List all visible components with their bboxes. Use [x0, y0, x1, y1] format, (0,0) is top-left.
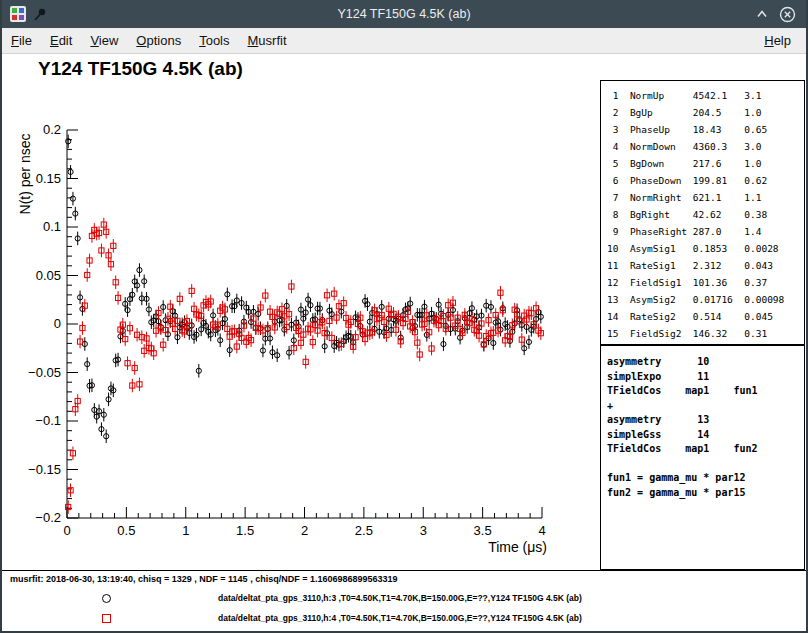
param-row: 14 RateSig2 0.514 0.045 — [607, 308, 804, 325]
legend-item: data/deltat_pta_gps_3110,h:3 ,T0=4.50K,T… — [2, 590, 598, 608]
svg-text:−0.1: −0.1 — [35, 413, 61, 428]
legend-marker-square — [102, 614, 111, 623]
menu-item-help[interactable]: Help — [755, 28, 800, 53]
app-icon — [10, 6, 26, 22]
param-row: 5 BgDown 217.6 1.0 — [607, 155, 804, 172]
shade-button[interactable] — [755, 7, 769, 21]
svg-text:3: 3 — [420, 523, 427, 538]
svg-text:3.5: 3.5 — [474, 523, 492, 538]
legend-label: data/deltat_pta_gps_3110,h:4 ,T0=4.50K,T… — [218, 613, 582, 623]
parameter-table: 1 NormUp 4542.1 3.1 2 BgUp 204.5 1.0 3 P… — [600, 80, 805, 345]
legend-label: data/deltat_pta_gps_3110,h:3 ,T0=4.50K,T… — [218, 593, 582, 603]
svg-text:2: 2 — [301, 523, 308, 538]
menu-item-edit[interactable]: Edit — [41, 28, 81, 53]
param-row: 8 BgRight 42.62 0.38 — [607, 206, 804, 223]
svg-text:0.2: 0.2 — [43, 122, 61, 137]
series-square — [66, 218, 544, 514]
param-row: 12 FieldSig1 101.36 0.37 — [607, 274, 804, 291]
titlebar-left-icons — [10, 6, 47, 22]
close-button[interactable] — [779, 6, 796, 23]
svg-text:−0.15: −0.15 — [28, 462, 61, 477]
param-row: 15 FieldSig2 146.32 0.31 — [607, 325, 804, 342]
fit-info: musrfit: 2018-06-30, 13:19:40, chisq = 1… — [10, 574, 397, 584]
svg-text:2.5: 2.5 — [355, 523, 373, 538]
legend-marker-circle — [102, 594, 111, 603]
param-row: 10 AsymSig1 0.1853 0.0028 — [607, 240, 804, 257]
menu-right: Help — [755, 28, 800, 53]
svg-text:0.5: 0.5 — [117, 523, 135, 538]
param-row: 13 AsymSig2 0.01716 0.00098 — [607, 291, 804, 308]
y-axis-title: N(t) per nsec — [17, 134, 33, 215]
y-tick-labels: 0.20.150.10.050−0.05−0.1−0.15−0.2 — [28, 122, 61, 525]
menu-item-file[interactable]: File — [2, 28, 41, 53]
theory-box: asymmetry 10 simplExpo 11 TFieldCos map1… — [600, 345, 805, 570]
titlebar-right-icons — [755, 6, 796, 23]
svg-text:0: 0 — [63, 523, 70, 538]
menu-items: FileEditViewOptionsToolsMusrfit — [2, 28, 296, 53]
canvas-area: Y124 TF150G 4.5K (ab) 00.511.522.533.540… — [2, 54, 806, 631]
x-tick-labels: 00.511.522.533.54 — [63, 523, 545, 538]
svg-text:1.5: 1.5 — [236, 523, 254, 538]
svg-text:0.1: 0.1 — [43, 219, 61, 234]
svg-text:1: 1 — [182, 523, 189, 538]
theory-text: asymmetry 10 simplExpo 11 TFieldCos map1… — [607, 355, 804, 500]
axes — [67, 130, 542, 518]
param-row: 2 BgUp 204.5 1.0 — [607, 104, 804, 121]
param-row: 3 PhaseUp 18.43 0.65 — [607, 121, 804, 138]
param-row: 7 NormRight 621.1 1.1 — [607, 189, 804, 206]
app-window: Y124 TF150G 4.5K (ab) FileEditViewOption… — [0, 0, 808, 633]
svg-text:0.15: 0.15 — [36, 171, 61, 186]
svg-text:−0.2: −0.2 — [35, 510, 61, 525]
pin-icon[interactable] — [33, 7, 47, 22]
svg-text:0: 0 — [54, 316, 61, 331]
window-title: Y124 TF150G 4.5K (ab) — [337, 7, 470, 21]
menu-item-view[interactable]: View — [81, 28, 127, 53]
menu-item-options[interactable]: Options — [127, 28, 190, 53]
svg-text:0.05: 0.05 — [36, 268, 61, 283]
param-row: 6 PhaseDown 199.81 0.62 — [607, 172, 804, 189]
svg-text:−0.05: −0.05 — [28, 365, 61, 380]
menubar: FileEditViewOptionsToolsMusrfit Help — [2, 28, 806, 54]
legend-item: data/deltat_pta_gps_3110,h:4 ,T0=4.50K,T… — [2, 610, 598, 628]
plot-canvas[interactable]: 00.511.522.533.540.20.150.10.050−0.05−0.… — [2, 54, 598, 566]
svg-text:4: 4 — [538, 523, 545, 538]
param-row: 11 RateSig1 2.312 0.043 — [607, 257, 804, 274]
param-row: 9 PhaseRight 287.0 1.4 — [607, 223, 804, 240]
x-axis-title: Time (μs) — [488, 539, 547, 555]
param-row: 4 NormDown 4360.3 3.0 — [607, 138, 804, 155]
series-circle — [66, 135, 544, 444]
menu-item-tools[interactable]: Tools — [190, 28, 238, 53]
menu-item-musrfit[interactable]: Musrfit — [239, 28, 296, 53]
footer-divider — [2, 570, 806, 571]
titlebar[interactable]: Y124 TF150G 4.5K (ab) — [2, 0, 806, 28]
param-row: 1 NormUp 4542.1 3.1 — [607, 87, 804, 104]
